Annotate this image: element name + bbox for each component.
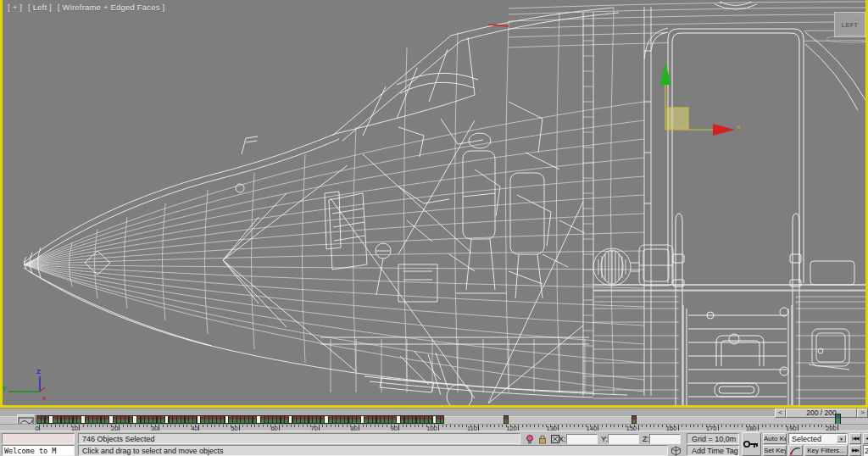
animation-key[interactable] bbox=[429, 416, 432, 423]
animation-key[interactable] bbox=[364, 416, 368, 423]
animation-key[interactable] bbox=[313, 416, 316, 423]
isolate-selection-icon[interactable] bbox=[525, 434, 535, 444]
animation-key[interactable] bbox=[49, 416, 53, 423]
animation-key[interactable] bbox=[209, 416, 213, 423]
animation-key[interactable] bbox=[74, 416, 77, 423]
key-filter-mode-dropdown[interactable]: Selected ▼ bbox=[788, 433, 848, 444]
animation-key[interactable] bbox=[161, 416, 164, 423]
animation-key[interactable] bbox=[53, 416, 57, 423]
animation-key[interactable] bbox=[420, 416, 424, 423]
animation-key[interactable] bbox=[273, 416, 276, 423]
animation-key[interactable] bbox=[504, 416, 508, 423]
animation-key[interactable] bbox=[329, 416, 332, 423]
x-coordinate-field[interactable] bbox=[566, 434, 598, 444]
animation-key[interactable] bbox=[425, 416, 428, 423]
animation-key[interactable] bbox=[62, 416, 65, 423]
chevron-down-icon[interactable]: ▼ bbox=[837, 435, 846, 442]
current-frame-field[interactable]: 200 bbox=[863, 445, 868, 456]
animation-key[interactable] bbox=[217, 416, 220, 423]
gizmo-xy-plane-handle[interactable] bbox=[667, 108, 688, 129]
animation-key[interactable] bbox=[417, 416, 420, 423]
default-tangent-icon[interactable] bbox=[788, 445, 803, 456]
animation-key[interactable] bbox=[289, 416, 292, 423]
animation-key[interactable] bbox=[305, 416, 309, 423]
trackbar-keys[interactable] bbox=[0, 415, 868, 424]
animation-key[interactable] bbox=[257, 416, 260, 423]
go-to-start-button[interactable]: |◀◀ bbox=[849, 433, 861, 444]
animation-key[interactable] bbox=[397, 416, 400, 423]
animation-key[interactable] bbox=[245, 416, 248, 423]
animation-key[interactable] bbox=[133, 416, 136, 423]
animation-key[interactable] bbox=[102, 416, 105, 423]
animation-key[interactable] bbox=[405, 416, 409, 423]
animation-key[interactable] bbox=[46, 416, 49, 423]
animation-key[interactable] bbox=[158, 416, 161, 423]
animation-key[interactable] bbox=[213, 416, 216, 423]
animation-key[interactable] bbox=[237, 416, 241, 423]
animation-key[interactable] bbox=[137, 416, 141, 423]
animation-key[interactable] bbox=[145, 416, 148, 423]
animation-key[interactable] bbox=[70, 416, 73, 423]
animation-key[interactable] bbox=[392, 416, 396, 423]
animation-key[interactable] bbox=[341, 416, 344, 423]
animation-key[interactable] bbox=[437, 416, 440, 423]
animation-key[interactable] bbox=[81, 416, 85, 423]
animation-key[interactable] bbox=[86, 416, 89, 423]
animation-key[interactable] bbox=[193, 416, 197, 423]
animation-key[interactable] bbox=[297, 416, 300, 423]
animation-key[interactable] bbox=[369, 416, 372, 423]
set-keys-button[interactable] bbox=[742, 432, 761, 456]
animation-key[interactable] bbox=[93, 416, 97, 423]
viewcube[interactable]: LEFT bbox=[834, 12, 865, 37]
track-bar[interactable]: 0102030405060708090100110120130140150160… bbox=[0, 418, 868, 431]
animation-key[interactable] bbox=[253, 416, 257, 423]
animation-key[interactable] bbox=[345, 416, 348, 423]
animation-key[interactable] bbox=[385, 416, 388, 423]
maxscript-macro-recorder[interactable] bbox=[2, 433, 75, 444]
animation-key[interactable] bbox=[389, 416, 392, 423]
animation-key[interactable] bbox=[333, 416, 337, 423]
animation-key[interactable] bbox=[198, 416, 201, 423]
animation-key[interactable] bbox=[105, 416, 108, 423]
animation-key[interactable] bbox=[293, 416, 297, 423]
animation-key[interactable] bbox=[201, 416, 204, 423]
animation-key[interactable] bbox=[249, 416, 253, 423]
animation-key[interactable] bbox=[97, 416, 101, 423]
animation-key[interactable] bbox=[109, 416, 113, 423]
animation-key[interactable] bbox=[285, 416, 288, 423]
animation-key[interactable] bbox=[241, 416, 244, 423]
animation-key[interactable] bbox=[269, 416, 272, 423]
animation-key[interactable] bbox=[170, 416, 173, 423]
animation-key[interactable] bbox=[130, 416, 133, 423]
go-to-end-button[interactable]: ▶▶| bbox=[849, 445, 861, 456]
animation-key[interactable] bbox=[125, 416, 129, 423]
animation-key[interactable] bbox=[317, 416, 320, 423]
animation-key[interactable] bbox=[377, 416, 381, 423]
animation-key[interactable] bbox=[225, 416, 229, 423]
animation-key[interactable] bbox=[153, 416, 157, 423]
animation-key[interactable] bbox=[229, 416, 232, 423]
viewcube-face-label[interactable]: LEFT bbox=[842, 22, 859, 28]
animation-key[interactable] bbox=[189, 416, 192, 423]
animation-key[interactable] bbox=[165, 416, 169, 423]
animation-key[interactable] bbox=[186, 416, 189, 423]
animation-key[interactable] bbox=[337, 416, 340, 423]
animation-key[interactable] bbox=[373, 416, 376, 423]
animation-key[interactable] bbox=[177, 416, 181, 423]
selection-lock-icon[interactable] bbox=[537, 434, 548, 444]
adaptive-degradation-icon[interactable] bbox=[670, 446, 682, 456]
set-key-button[interactable]: Set Key bbox=[763, 445, 787, 456]
step-back-button[interactable]: ◀ bbox=[863, 433, 868, 444]
viewport-pov-menu[interactable]: [ + ] bbox=[8, 3, 22, 12]
animation-key[interactable] bbox=[181, 416, 185, 423]
key-filters-button[interactable]: Key Filters... bbox=[804, 445, 848, 456]
animation-key[interactable] bbox=[632, 416, 636, 423]
animation-key[interactable] bbox=[65, 416, 69, 423]
animation-key[interactable] bbox=[433, 416, 437, 423]
auto-key-button[interactable]: Auto Key bbox=[763, 433, 787, 444]
animation-key[interactable] bbox=[58, 416, 61, 423]
animation-key[interactable] bbox=[37, 416, 41, 423]
animation-key[interactable] bbox=[281, 416, 285, 423]
animation-key[interactable] bbox=[205, 416, 209, 423]
animation-key[interactable] bbox=[77, 416, 81, 423]
